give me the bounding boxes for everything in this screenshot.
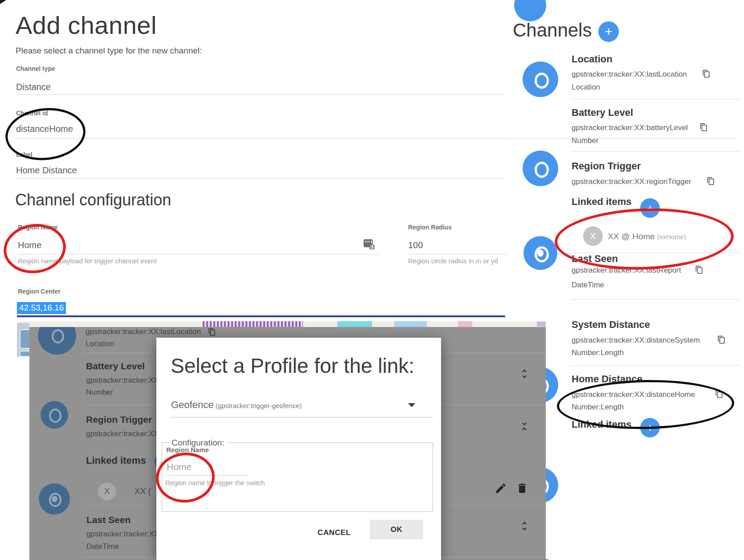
copy-icon[interactable] (702, 69, 711, 78)
modal-region-name-label: Region Name (166, 446, 209, 454)
region-center-focus-underline (17, 315, 505, 317)
corner-artifact (0, 0, 6, 4)
region-center-label: Region Center (18, 288, 61, 295)
unfold-more-icon (519, 368, 530, 380)
label-label: Label (16, 151, 33, 158)
channel-id-input[interactable]: distanceHome (16, 124, 73, 134)
modal-region-name-hint: Region name to trigger the switch (165, 479, 265, 486)
channel-uid: gpstracker:tracker:XX:distanceSystem (572, 336, 700, 345)
region-radius-hint: Region circle radius in m or yd (408, 257, 498, 265)
linked-items-label: Linked items (572, 196, 631, 208)
linked-item-id: (xxHome) (657, 233, 686, 241)
channel-type: DateTime (572, 281, 604, 290)
map-fragment (203, 321, 303, 327)
modal-region-name-underline (166, 475, 249, 476)
edit-icon (495, 482, 507, 495)
copy-icon[interactable] (717, 335, 726, 344)
dim-channel-title: Last Seen (86, 515, 131, 525)
dim-channel-type: Location (86, 339, 114, 348)
delete-icon (516, 482, 528, 495)
add-linked-item-button[interactable]: + (640, 198, 660, 218)
map-fragment (337, 321, 372, 327)
profile-select-id: (gpstracker:trigger-geofence) (216, 402, 302, 409)
label-underline (16, 178, 506, 179)
divider (571, 151, 740, 152)
region-radius-label: Region Radius (408, 224, 452, 231)
form-subtitle: Please select a channel type for the new… (16, 46, 202, 56)
dim-channel-uid: gpstracker:tracker:XX:lastLocation (86, 327, 201, 336)
plus-icon: + (605, 24, 613, 39)
unfold-less-icon (519, 421, 530, 432)
channel-uid: gpstracker:tracker:XX:regionTrigger (572, 177, 691, 186)
autofill-dots (365, 241, 370, 242)
page-title: Add channel (16, 11, 157, 40)
channel-id-underline (16, 138, 737, 139)
channel-title[interactable]: System Distance (572, 319, 650, 331)
channel-type: Number:Length (572, 403, 624, 412)
channel-uid: gpstracker:tracker:XX:lastLocation (572, 70, 687, 79)
linked-items-label: Linked items (572, 419, 631, 430)
divider (571, 99, 740, 99)
channel-uid: gpstracker:tracker:XX:batteryLevel (572, 123, 688, 132)
scroll-top-semicircle (514, 0, 546, 21)
copy-icon[interactable] (715, 390, 724, 398)
keyboard-key (20, 329, 30, 349)
channel-icon-location[interactable] (523, 61, 558, 97)
dialog-title: Select a Profile for the link: (171, 354, 429, 378)
region-name-hint: Region name payload for trigger channel … (18, 257, 157, 265)
add-channel-button[interactable]: + (598, 21, 619, 42)
profile-select-underline (171, 417, 433, 417)
dim-channel-icon-battery (41, 401, 68, 429)
channel-title[interactable]: Region Trigger (572, 160, 641, 172)
map-fragment (537, 322, 546, 327)
channel-uid: gpstracker:tracker:XX:lastReport (572, 266, 681, 275)
channel-type-select[interactable]: Distance (16, 82, 51, 92)
channel-icon-battery[interactable] (523, 151, 558, 186)
channel-uid: gpstracker:tracker:XX:distanceHome (572, 390, 695, 399)
channel-title[interactable]: Battery Level (572, 107, 633, 119)
autofill-badge: 3 (369, 245, 375, 249)
divider (571, 299, 740, 300)
unfold-more-icon (519, 520, 530, 532)
linked-item-name[interactable]: XX @ Home (xxHome) (608, 232, 686, 241)
copy-icon[interactable] (695, 266, 703, 274)
keyboard-key (20, 351, 30, 357)
channel-id-label: Channel id (16, 110, 48, 117)
dim-linked-items-label: Linked items (86, 455, 146, 466)
channel-type: Location (572, 83, 600, 92)
plus-icon: + (646, 421, 653, 435)
dim-channel-title: Region Trigger (86, 414, 152, 425)
channel-title[interactable]: Home Distance (572, 373, 642, 385)
keyboard-fragment (17, 323, 29, 357)
dim-channel-title: Battery Level (86, 361, 145, 372)
copy-icon[interactable] (707, 177, 715, 185)
autofill-extension-icon[interactable]: 3 (364, 239, 373, 247)
region-name-underline (18, 254, 380, 254)
channel-type: Number (572, 136, 598, 145)
dim-channel-icon-location (38, 327, 76, 355)
region-name-input[interactable]: Home (18, 240, 41, 250)
label-input[interactable]: Home Distance (16, 165, 77, 176)
channel-title[interactable]: Last Seen (572, 253, 618, 265)
channel-icon-region-trigger[interactable] (523, 236, 557, 270)
ok-button[interactable]: OK (370, 520, 423, 540)
autofill-tick (371, 241, 372, 243)
region-radius-input[interactable]: 100 (408, 240, 423, 250)
modal-region-name-input[interactable]: Home (167, 462, 192, 472)
copy-icon (208, 328, 216, 336)
region-center-input[interactable]: 42.53,16.16 (17, 302, 66, 314)
channel-type-underline (16, 94, 506, 95)
dropdown-arrow-icon[interactable] (408, 403, 415, 407)
map-fragment (458, 321, 472, 327)
channel-title[interactable]: Location (572, 53, 613, 65)
profile-select-value: Geofence (171, 399, 213, 410)
region-name-label: Region Name (18, 224, 57, 231)
add-linked-item-button[interactable]: + (640, 418, 660, 437)
cancel-button[interactable]: CANCEL (310, 526, 359, 540)
dim-channel-icon-region-trigger (39, 483, 70, 515)
copy-icon[interactable] (699, 123, 708, 131)
profile-select[interactable]: Geofence (gpstracker:trigger-geofence) (171, 399, 434, 411)
ok-button-label: OK (391, 525, 403, 534)
divider (571, 365, 740, 366)
dim-channel-type: DateTime (86, 542, 119, 551)
